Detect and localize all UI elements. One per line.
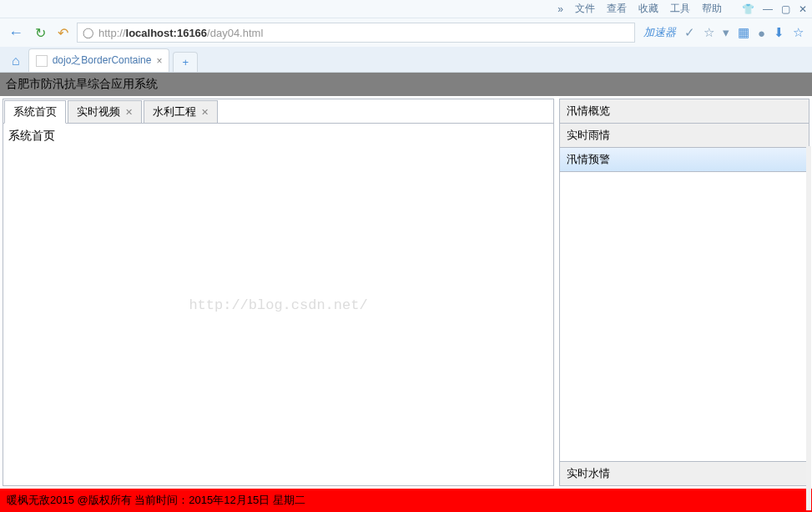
minimize-icon[interactable]: —	[763, 3, 773, 15]
app-title: 合肥市防汛抗旱综合应用系统	[6, 77, 158, 92]
toolbar-right: 加速器 ✓ ☆ ▾ ▦ ● ⬇ ☆	[640, 25, 807, 40]
app-header: 合肥市防汛抗旱综合应用系统	[0, 73, 812, 96]
accelerator-label[interactable]: 加速器	[643, 25, 676, 40]
browser-menu-bar: » 文件 查看 收藏 工具 帮助 👕 — ▢ ✕	[0, 0, 812, 18]
translate-icon[interactable]: ▦	[738, 25, 749, 40]
url-host: localhost:16166	[126, 27, 208, 39]
maximize-icon[interactable]: ▢	[781, 3, 790, 15]
tab-water[interactable]: 水利工程 ✕	[144, 100, 218, 124]
close-icon[interactable]: ✕	[125, 107, 133, 118]
bookmark-icon[interactable]: ☆	[793, 25, 804, 40]
close-icon[interactable]: ✕	[201, 107, 209, 118]
more-icon[interactable]: »	[557, 3, 563, 15]
menu-tools[interactable]: 工具	[670, 2, 690, 16]
home-button[interactable]: ⌂	[7, 50, 25, 72]
tab-container: 系统首页 实时视频 ✕ 水利工程 ✕ 系统首页 http://blog.csdn…	[3, 99, 554, 486]
url-prefix: http://	[98, 27, 126, 39]
close-tab-icon[interactable]: ×	[156, 55, 162, 67]
favicon-icon	[36, 55, 48, 67]
accordion-content	[560, 172, 809, 462]
tab-labels: 系统首页 实时视频 ✕ 水利工程 ✕	[3, 99, 553, 124]
undo-button[interactable]: ↶	[54, 23, 72, 43]
accordion-pane-rain[interactable]: 实时雨情	[560, 124, 809, 148]
watermark: http://blog.csdn.net/	[189, 297, 367, 312]
close-window-icon[interactable]: ✕	[799, 3, 807, 15]
accordion-pane-overview[interactable]: 汛情概览	[560, 99, 809, 124]
page-content: 合肥市防汛抗旱综合应用系统 系统首页 实时视频 ✕ 水利工程 ✕ 系统首页 ht	[0, 72, 812, 512]
tab-home[interactable]: 系统首页	[4, 100, 66, 124]
download-icon[interactable]: ⬇	[774, 25, 784, 40]
accordion-pane-warning[interactable]: 汛情预警	[560, 148, 809, 172]
tab-home-label: 系统首页	[13, 104, 57, 119]
tab-content: 系统首页 http://blog.csdn.net/	[3, 123, 553, 485]
url-bar[interactable]: ◯ http://localhost:16166/day04.html	[77, 23, 635, 43]
dropdown-icon[interactable]: ▾	[723, 25, 729, 40]
shield-icon: ◯	[83, 27, 93, 38]
tab-water-label: 水利工程	[153, 104, 196, 119]
footer: 暖枫无敌2015 @版权所有 当前时间：2015年12月15日 星期二	[0, 489, 812, 512]
accordion-pane-water[interactable]: 实时水情	[560, 462, 809, 485]
tab-title: dojo之BorderContaine	[53, 53, 152, 68]
back-button[interactable]: ←	[5, 23, 27, 43]
browser-tab[interactable]: dojo之BorderContaine ×	[28, 48, 170, 72]
footer-text: 暖枫无敌2015 @版权所有 当前时间：2015年12月15日 星期二	[7, 493, 305, 508]
main-row: 系统首页 实时视频 ✕ 水利工程 ✕ 系统首页 http://blog.csdn…	[0, 96, 812, 489]
tab-video[interactable]: 实时视频 ✕	[68, 100, 142, 124]
window-controls: 👕 — ▢ ✕	[742, 3, 807, 15]
new-tab-button[interactable]: +	[173, 52, 198, 72]
ext-icon[interactable]: ●	[758, 26, 765, 40]
menu-help[interactable]: 帮助	[702, 2, 722, 16]
menu-fav[interactable]: 收藏	[638, 2, 658, 16]
menu-items: 文件 查看 收藏 工具 帮助	[575, 2, 722, 16]
refresh-button[interactable]: ↻	[32, 23, 49, 43]
browser-toolbar: ← ↻ ↶ ◯ http://localhost:16166/day04.htm…	[0, 18, 812, 47]
browser-tabstrip: ⌂ dojo之BorderContaine × +	[0, 47, 812, 72]
menu-view[interactable]: 查看	[607, 2, 627, 16]
star-icon[interactable]: ☆	[704, 25, 714, 40]
skin-icon[interactable]: 👕	[742, 3, 754, 15]
tab-video-label: 实时视频	[77, 104, 120, 119]
scrollbar[interactable]	[806, 146, 811, 510]
accordion: 汛情概览 实时雨情 汛情预警 实时水情	[559, 99, 809, 486]
menu-file[interactable]: 文件	[575, 2, 595, 16]
tab-content-text: 系统首页	[8, 129, 55, 142]
lightning-icon[interactable]: ✓	[684, 25, 695, 40]
url-path: /day04.html	[207, 27, 263, 39]
